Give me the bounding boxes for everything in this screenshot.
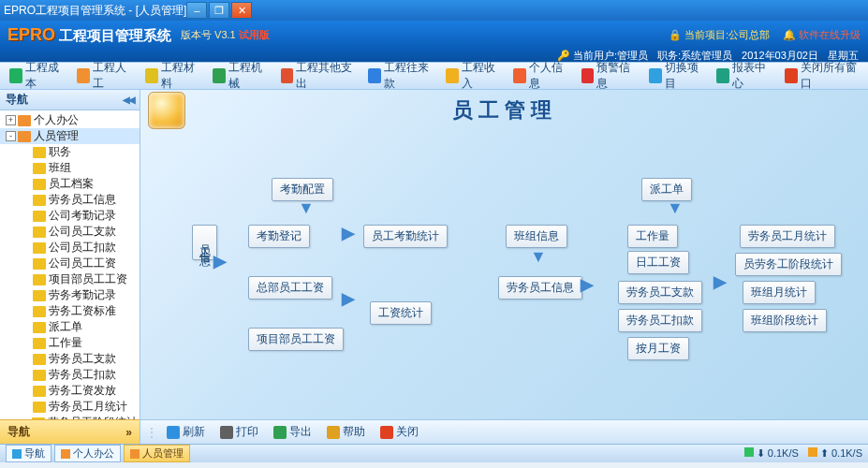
tab-icon: [12, 449, 22, 459]
action-close[interactable]: 关闭: [375, 422, 424, 442]
tree-item[interactable]: 职务: [0, 144, 140, 160]
personal-icon: [513, 68, 526, 83]
action-export[interactable]: 导出: [268, 422, 317, 442]
tree-node-icon: [33, 258, 46, 270]
expand-icon[interactable]: »: [125, 426, 132, 439]
node-team-stage-stat[interactable]: 班组阶段统计: [743, 309, 827, 332]
action-help[interactable]: 帮助: [321, 422, 371, 442]
tree-item[interactable]: 劳务员工扣款: [0, 367, 140, 383]
toolbar-report[interactable]: 报表中心: [711, 57, 776, 95]
node-labor-pay[interactable]: 劳务员工支款: [618, 281, 702, 304]
toolbar-machine[interactable]: 工程机械: [207, 57, 272, 95]
logo: EPRO 工程项目管理系统: [7, 25, 171, 45]
status-tab-nav[interactable]: 导航: [6, 445, 51, 462]
node-labor-stage-stat[interactable]: 员劳务工阶段统计: [735, 253, 842, 276]
window-title: EPRO工程项目管理系统 - [人员管理]: [4, 3, 186, 19]
tree-item[interactable]: 劳务员工支款: [0, 351, 140, 367]
toolbar-cost[interactable]: 工程成本: [4, 57, 69, 95]
node-day-salary[interactable]: 日工工资: [627, 251, 689, 274]
tree-item[interactable]: 班组: [0, 160, 140, 176]
toolbar-close-all[interactable]: 关闭所有窗口: [779, 57, 864, 95]
nav-tree[interactable]: +个人办公-人员管理职务班组员工档案劳务员工信息公司考勤记录公司员工支款公司员工…: [0, 110, 140, 419]
tree-node-icon: [33, 195, 46, 206]
receivable-icon: [368, 68, 381, 83]
tree-item[interactable]: 劳务员工月统计: [0, 399, 140, 415]
tree-item[interactable]: 公司员工扣款: [0, 240, 140, 256]
tree-node-icon: [33, 227, 46, 238]
minimize-button[interactable]: –: [186, 2, 207, 19]
report-icon: [716, 68, 729, 83]
toolbar-receivable[interactable]: 工程往来款: [362, 57, 438, 95]
node-labor-month-stat[interactable]: 劳务员工月统计: [740, 225, 835, 248]
maximize-button[interactable]: ❐: [209, 2, 229, 19]
action-print[interactable]: 打印: [214, 422, 264, 442]
node-zb-salary[interactable]: 总部员工工资: [248, 276, 332, 300]
toolbar-labor[interactable]: 工程人工: [71, 57, 137, 95]
close-button[interactable]: ✕: [231, 2, 252, 19]
tree-item[interactable]: 劳务工资发放: [0, 383, 140, 399]
status-tab-hr[interactable]: 人员管理: [124, 445, 190, 462]
node-labor-deduct[interactable]: 劳务员工扣款: [618, 309, 702, 332]
close-all-icon: [785, 68, 798, 83]
tree-toggle-icon[interactable]: -: [6, 131, 16, 141]
node-team-month-stat[interactable]: 班组月统计: [743, 281, 816, 304]
page-title: 员工管理: [148, 96, 861, 124]
tree-item[interactable]: 公司考勤记录: [0, 208, 140, 224]
logo-epro: EPRO: [7, 25, 55, 45]
tree-node-icon: [33, 306, 46, 317]
arrow-icon: ▼: [667, 198, 684, 218]
tree-item[interactable]: 项目部员工工资: [0, 271, 140, 287]
toolbar-material[interactable]: 工程材料: [140, 57, 205, 95]
arrow-icon: ▼: [530, 247, 547, 267]
income-icon: [446, 68, 459, 83]
status-tab-office[interactable]: 个人办公: [54, 445, 121, 462]
tree-item[interactable]: 劳务员工信息: [0, 192, 140, 208]
net-down: ⬇ 0.1K/S: [744, 447, 799, 460]
material-icon: [145, 68, 158, 83]
workflow-diagram: 员工信息 ▶ 考勤配置 ▼ 考勤登记 ▶ 员工考勤统计 总部员工工资 ▶ 项目部…: [140, 131, 868, 419]
toolbar-switch[interactable]: 切换项目: [643, 57, 709, 95]
toolbar-income[interactable]: 工程收入: [440, 57, 506, 95]
node-proj-salary[interactable]: 项目部员工工资: [248, 328, 344, 351]
node-salary-stat[interactable]: 工资统计: [370, 301, 432, 325]
collapse-sidebar-icon[interactable]: ◀◀: [123, 95, 134, 105]
arrow-icon: ▶: [714, 271, 727, 292]
sidebar-bottom[interactable]: 导航 »: [0, 419, 140, 444]
tree-toggle-icon[interactable]: +: [6, 115, 16, 125]
content-toolbar: ⋮ 刷新打印导出帮助关闭: [140, 419, 868, 444]
tab-icon: [130, 449, 140, 459]
machine-icon: [213, 68, 226, 83]
tree-item[interactable]: 工作量: [0, 335, 140, 351]
tree-node-icon: [33, 242, 46, 254]
update-link[interactable]: 🔔 软件在线升级: [783, 28, 861, 42]
node-workload[interactable]: 工作量: [627, 225, 678, 248]
tree-item[interactable]: -人员管理: [0, 128, 140, 144]
action-refresh[interactable]: 刷新: [161, 422, 211, 442]
tree-item[interactable]: +个人办公: [0, 112, 140, 128]
tree-node-icon: [33, 163, 46, 174]
node-labor-info[interactable]: 劳务员工信息: [498, 276, 582, 300]
print-icon: [220, 426, 233, 439]
tree-item[interactable]: 派工单: [0, 319, 140, 335]
node-kq-stat[interactable]: 员工考勤统计: [363, 225, 448, 248]
tree-node-icon: [33, 338, 46, 349]
tree-item[interactable]: 公司员工支款: [0, 224, 140, 240]
tree-node-icon: [18, 131, 31, 142]
tree-item[interactable]: 公司员工工资: [0, 256, 140, 271]
tree-item[interactable]: 劳务考勤记录: [0, 287, 140, 303]
node-kq-record[interactable]: 考勤登记: [248, 225, 310, 248]
status-tabs: 导航个人办公人员管理: [6, 445, 190, 462]
tree-item[interactable]: 劳务工资标准: [0, 303, 140, 319]
arrow-icon: ▼: [298, 198, 315, 218]
node-team-info[interactable]: 班组信息: [506, 225, 567, 248]
toolbar-other-out[interactable]: 工程其他支出: [275, 57, 360, 95]
toolbar-personal[interactable]: 个人信息: [508, 57, 573, 95]
tree-item[interactable]: 员工档案: [0, 176, 140, 192]
app-header: EPRO 工程项目管理系统 版本号 V3.1 试用版 🔒 当前项目:公司总部 🔔…: [0, 21, 868, 49]
arrow-icon: ▶: [342, 223, 355, 243]
toolbar-warning[interactable]: 预警信息: [576, 57, 641, 95]
version-info: 版本号 V3.1 试用版: [181, 28, 270, 42]
net-up: ⬆ 0.1K/S: [808, 447, 862, 460]
node-month-salary[interactable]: 按月工资: [627, 337, 689, 360]
content-header: 员工管理: [140, 90, 868, 131]
